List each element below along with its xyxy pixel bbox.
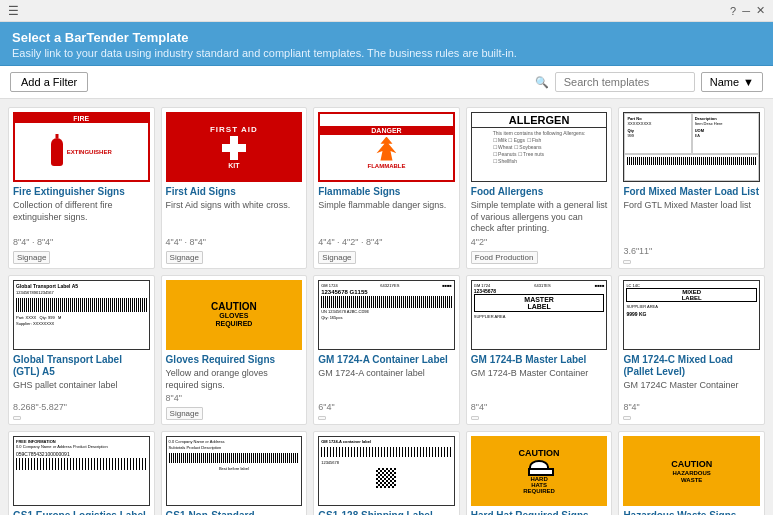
card-size-fire-extinguisher: 8"4" · 8"4"	[13, 237, 150, 247]
gm-b-master-title: MASTERLABEL	[474, 294, 605, 312]
ford-cell-3	[624, 154, 759, 181]
card-title-gloves-required: Gloves Required Signs	[166, 354, 303, 366]
card-badge-gloves-required: Signage	[166, 407, 203, 420]
gtl-supp: Supplier: XXXXXXXX	[16, 321, 147, 326]
card-desc-first-aid: First Aid signs with white cross.	[166, 200, 303, 235]
card-gloves-required[interactable]: CAUTION GLOVESREQUIRED Gloves Required S…	[161, 275, 308, 425]
add-filter-button[interactable]: Add a Filter	[10, 72, 88, 92]
card-footer-first-aid: Signage	[166, 251, 303, 264]
card-badge-flammable: Signage	[318, 251, 355, 264]
card-title-flammable: Flammable Signs	[318, 186, 455, 198]
card-title-gs1-europe: GS1 Europe Logistics Label – SSCC	[13, 510, 150, 515]
toolbar: Add a Filter 🔍 Name ▼	[0, 66, 773, 99]
card-flammable[interactable]: DANGER FLAMMABLE Flammable Signs Simple …	[313, 107, 460, 269]
card-badge-gm-1724b	[471, 416, 479, 420]
card-footer-gm-1724b	[471, 416, 608, 420]
card-desc-ford-mixed-master: Ford GTL Mixed Master load list	[623, 200, 760, 244]
gm-a-header: GM 172464321YES■■■■	[321, 283, 452, 288]
hardhat-caution-text: CAUTION	[519, 448, 560, 458]
gs1ship-header: GM 1724-A container label	[321, 439, 452, 444]
card-desc-fire-extinguisher: Collection of different fire extinguishe…	[13, 200, 150, 235]
gs1ns-product: Subtotals Product Description	[169, 445, 300, 450]
card-size-gm-1724b: 8"4"	[471, 402, 608, 412]
card-badge-ford-mixed-master	[623, 260, 631, 264]
card-gm-1724b[interactable]: GM 172464317ES■■■■ 12345678 MASTERLABEL …	[466, 275, 613, 425]
fire-label-text: EXTINGUISHER	[67, 149, 112, 155]
card-title-gtl: Global Transport Label (GTL) A5	[13, 354, 150, 378]
card-size-gtl: 8.268"·5.827"	[13, 402, 150, 412]
help-button[interactable]: ?	[730, 5, 736, 17]
card-badge-first-aid: Signage	[166, 251, 203, 264]
flammable-text: FLAMMABLE	[367, 163, 405, 169]
fire-extinguisher-icon	[51, 138, 63, 166]
card-footer-gm-1724a	[318, 416, 455, 420]
hardhat-icon	[529, 460, 549, 474]
card-size-food-allergens: 4"2"	[471, 237, 608, 247]
card-fire-extinguisher[interactable]: FIRE EXTINGUISHER Fire Extinguisher Sign…	[8, 107, 155, 269]
gs1eu-barcode	[16, 458, 147, 470]
fire-label-header: FIRE	[15, 114, 148, 123]
card-image-ford-mixed-master: Part No XXXXXXXXX Qty 999 Description It…	[623, 112, 760, 182]
toolbar-right: 🔍 Name ▼	[535, 72, 763, 92]
template-grid-area[interactable]: FIRE EXTINGUISHER Fire Extinguisher Sign…	[0, 99, 773, 515]
gm-a-barcode	[321, 296, 452, 308]
card-footer-ford-mixed-master	[623, 260, 760, 264]
card-title-gs1-non-standard: GS1 Non-Standard Heterogeneous	[166, 510, 303, 515]
card-desc-gloves-required: Yellow and orange gloves required signs.	[166, 368, 303, 391]
gm-a-sub: UN 12345678 A2BC-CD9E	[321, 309, 452, 314]
card-gm-1724a[interactable]: GM 172464321YES■■■■ 12345678 G1155 UN 12…	[313, 275, 460, 425]
card-image-gm-1724b: GM 172464317ES■■■■ 12345678 MASTERLABEL …	[471, 280, 608, 350]
card-desc-flammable: Simple flammable danger signs.	[318, 200, 455, 235]
card-food-allergens[interactable]: ALLERGEN This item contains the followin…	[466, 107, 613, 269]
card-first-aid[interactable]: FIRST AID KIT First Aid Signs First Aid …	[161, 107, 308, 269]
card-image-gm-1724a: GM 172464321YES■■■■ 12345678 G1155 UN 12…	[318, 280, 455, 350]
card-footer-fire-extinguisher: Signage	[13, 251, 150, 264]
card-size-gm-1724c: 8"4"	[623, 402, 760, 412]
card-gm-1724c[interactable]: LC 14C MIXEDLABEL SUPPLIER AREA 9999 KG …	[618, 275, 765, 425]
card-badge-gm-1724a	[318, 416, 326, 420]
card-size-flammable: 4"4" · 4"2" · 8"4"	[318, 237, 455, 247]
allergen-header-text: ALLERGEN	[472, 113, 607, 128]
gs1ship-barcode	[321, 447, 452, 457]
sort-name-label: Name	[710, 76, 739, 88]
card-gs1-non-standard[interactable]: 0.0 Company Name or Address Subtotals Pr…	[161, 431, 308, 515]
gloves-required-text: GLOVESREQUIRED	[215, 312, 252, 327]
card-image-first-aid: FIRST AID KIT	[166, 112, 303, 182]
close-button[interactable]: ✕	[756, 4, 765, 17]
search-icon: 🔍	[535, 76, 549, 89]
window-topbar: ☰ ? ─ ✕	[0, 0, 773, 22]
card-gs1-europe[interactable]: FREE INFORMATION 0.0 Company Name or Add…	[8, 431, 155, 515]
card-desc-gm-1724a: GM 1724-A container label	[318, 368, 455, 400]
card-image-hard-hat: CAUTION HARDHATSREQUIRED	[471, 436, 608, 506]
card-image-gs1-europe: FREE INFORMATION 0.0 Company Name or Add…	[13, 436, 150, 506]
firstaid-kit-text: KIT	[228, 162, 239, 169]
gtl-part-number: 12345678901234567	[16, 290, 147, 295]
card-ford-mixed-master[interactable]: Part No XXXXXXXXX Qty 999 Description It…	[618, 107, 765, 269]
gm-c-supplier: SUPPLIER AREA	[626, 304, 757, 309]
hamburger-menu[interactable]: ☰	[8, 4, 19, 18]
hardhat-hard-hats-text: HARDHATSREQUIRED	[523, 476, 555, 494]
gloves-caution-text: CAUTION	[211, 302, 257, 312]
page-subtitle: Easily link to your data using industry …	[12, 47, 761, 59]
hazwaste-caution-text: CAUTION	[671, 459, 712, 469]
card-gtl[interactable]: Global Transport Label A5 12345678901234…	[8, 275, 155, 425]
card-badge-fire-extinguisher: Signage	[13, 251, 50, 264]
card-image-gm-1724c: LC 14C MIXEDLABEL SUPPLIER AREA 9999 KG	[623, 280, 760, 350]
firstaid-cross-icon	[222, 136, 246, 160]
minimize-button[interactable]: ─	[742, 5, 750, 17]
card-size-gloves-required: 8"4"	[166, 393, 303, 403]
search-input[interactable]	[555, 72, 695, 92]
card-size-first-aid: 4"4" · 8"4"	[166, 237, 303, 247]
sort-name-button[interactable]: Name ▼	[701, 72, 763, 92]
card-image-gs1-shipping: GM 1724-A container label 12345678	[318, 436, 455, 506]
card-image-gloves-required: CAUTION GLOVESREQUIRED	[166, 280, 303, 350]
card-gs1-shipping[interactable]: GM 1724-A container label 12345678 GS1-1…	[313, 431, 460, 515]
card-hard-hat[interactable]: CAUTION HARDHATSREQUIRED Hard Hat Requir…	[466, 431, 613, 515]
card-footer-gm-1724c	[623, 416, 760, 420]
card-hazardous-waste[interactable]: CAUTION HAZARDOUSWASTE Hazardous Waste S…	[618, 431, 765, 515]
card-title-hard-hat: Hard Hat Required Signs	[471, 510, 608, 515]
card-image-food-allergens: ALLERGEN This item contains the followin…	[471, 112, 608, 182]
card-image-gs1-non-standard: 0.0 Company Name or Address Subtotals Pr…	[166, 436, 303, 506]
sort-chevron-icon: ▼	[743, 76, 754, 88]
card-image-fire-extinguisher: FIRE EXTINGUISHER	[13, 112, 150, 182]
